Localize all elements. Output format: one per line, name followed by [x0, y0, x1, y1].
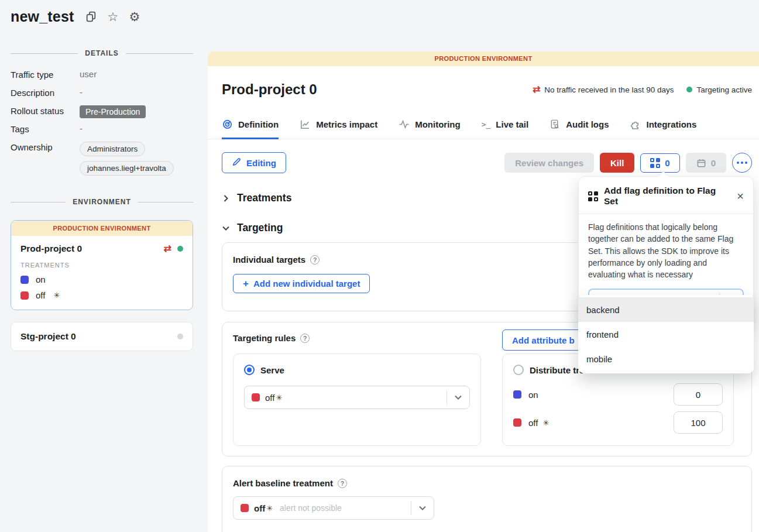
individual-targets-title: Individual targets: [233, 255, 305, 265]
status-dot-inactive: [177, 334, 183, 339]
tab-label: Definition: [238, 119, 279, 129]
dropdown-option-frontend[interactable]: frontend: [578, 322, 754, 346]
default-treatment-icon: ✳: [276, 393, 282, 402]
chevron-right-icon: [222, 194, 230, 202]
target-icon: [222, 119, 233, 130]
traffic-status-text: No traffic received in the last 90 days: [544, 85, 674, 94]
tab-label: Live tail: [496, 119, 528, 129]
chevron-down-icon: [447, 393, 469, 401]
default-treatment-icon: ✳: [266, 504, 273, 513]
chart-icon: [300, 119, 311, 130]
targeting-rules-title: Targeting rules: [233, 333, 296, 343]
alert-hint: alert not possible: [280, 503, 342, 513]
flag-sets-button[interactable]: 0: [640, 153, 679, 173]
treatment-color-swatch: [513, 418, 521, 427]
editing-button[interactable]: Editing: [222, 152, 286, 173]
tab-live-tail[interactable]: >_ Live tail: [482, 119, 529, 139]
distribute-radio[interactable]: [513, 365, 524, 375]
tab-monitoring[interactable]: Monitoring: [399, 119, 460, 139]
add-individual-target-label: Add new individual target: [253, 279, 360, 289]
environment-name: Stg-project 0: [20, 331, 177, 342]
owner-pill[interactable]: Administrators: [80, 142, 145, 156]
help-icon[interactable]: ?: [310, 255, 320, 265]
detail-value: -: [80, 123, 83, 133]
alert-baseline-card: Alert baseline treatment ? off ✳ alert n…: [222, 466, 752, 532]
traffic-arrows-icon: ⇄: [533, 85, 540, 94]
sidebar: DETAILS Traffic type user Description - …: [11, 46, 193, 351]
detail-label: Rollout status: [11, 105, 80, 116]
selected-treatment: off: [265, 393, 274, 403]
environment-card-staging[interactable]: Stg-project 0: [11, 322, 193, 351]
dropdown-option-mobile[interactable]: mobile: [578, 346, 754, 371]
serve-treatment-select[interactable]: off ✳: [244, 386, 470, 409]
tab-definition[interactable]: Definition: [222, 119, 279, 139]
default-treatment-icon: ✳: [542, 418, 549, 427]
kill-label: Kill: [610, 158, 624, 168]
environment-title: Prod-project 0: [222, 81, 317, 98]
traffic-status: ⇄ No traffic received in the last 90 day…: [533, 85, 674, 94]
kill-button[interactable]: Kill: [600, 153, 634, 173]
selected-treatment: off: [254, 503, 265, 513]
tab-metrics-impact[interactable]: Metrics impact: [300, 119, 377, 139]
environment-heading: ENVIRONMENT: [11, 198, 193, 206]
traffic-arrows-icon: ⇄: [164, 244, 171, 253]
percentage-input-off[interactable]: [674, 411, 723, 434]
review-changes-label: Review changes: [515, 158, 583, 168]
schedule-button[interactable]: 0: [686, 153, 726, 173]
treatment-name: on: [36, 274, 46, 284]
alert-baseline-select[interactable]: off ✳ alert not possible: [233, 496, 434, 520]
tab-label: Monitoring: [415, 119, 460, 129]
detail-row-description: Description -: [11, 87, 193, 100]
plus-icon: +: [243, 279, 249, 289]
dropdown-option-backend[interactable]: backend: [578, 297, 754, 322]
editing-label: Editing: [246, 158, 276, 168]
dots-icon: [737, 162, 739, 164]
targeting-status: Targeting active: [686, 85, 752, 94]
distribute-row: off ✳: [513, 411, 723, 434]
tab-audit-logs[interactable]: Audit logs: [549, 119, 609, 139]
tab-label: Metrics impact: [316, 119, 377, 129]
owner-pill[interactable]: johannes.liegl+travolta: [80, 161, 174, 176]
pencil-icon: [232, 157, 242, 169]
percentage-input-on[interactable]: [674, 383, 723, 406]
close-icon[interactable]: ×: [737, 190, 744, 202]
treatment-row: on: [20, 274, 183, 284]
treatment-color-swatch: [20, 291, 29, 300]
detail-value: -: [80, 87, 83, 97]
app-header: new_test ☆ ⚙: [11, 8, 140, 25]
environment-name: Prod-project 0: [20, 243, 82, 254]
help-icon[interactable]: ?: [338, 479, 347, 488]
serve-option-card: Serve off ✳: [233, 353, 481, 446]
detail-label: Tags: [11, 123, 80, 134]
detail-label: Description: [11, 87, 80, 98]
details-heading: DETAILS: [11, 49, 193, 57]
page-title: new_test: [11, 8, 74, 25]
help-icon[interactable]: ?: [300, 334, 310, 343]
detail-row-ownership: Ownership Administrators johannes.liegl+…: [11, 142, 193, 176]
treatment-color-swatch: [513, 390, 521, 399]
status-dot-active: [177, 246, 183, 252]
tab-integrations[interactable]: Integrations: [630, 119, 697, 139]
add-individual-target-button[interactable]: + Add new individual target: [233, 274, 370, 293]
environment-heading-label: ENVIRONMENT: [73, 198, 131, 206]
environment-card-production[interactable]: PRODUCTION ENVIRONMENT Prod-project 0 ⇄ …: [11, 220, 193, 310]
gear-icon[interactable]: ⚙: [129, 11, 140, 23]
detail-label: Ownership: [11, 142, 80, 152]
review-changes-button[interactable]: Review changes: [504, 153, 594, 173]
more-actions-button[interactable]: [732, 153, 752, 173]
flag-set-icon: [588, 191, 598, 201]
targeting-status-text: Targeting active: [696, 85, 752, 94]
copy-icon[interactable]: [85, 11, 97, 23]
treatment-name: off: [36, 290, 45, 300]
treatment-name: off: [528, 418, 538, 428]
star-icon[interactable]: ☆: [108, 11, 119, 23]
pulse-icon: [399, 119, 410, 130]
treatment-name: on: [528, 390, 538, 400]
production-banner: PRODUCTION ENVIRONMENT: [11, 221, 193, 236]
treatments-label: TREATMENTS: [20, 262, 183, 269]
details-heading-label: DETAILS: [85, 49, 118, 57]
distribute-row: on: [513, 383, 723, 406]
detail-row-rollout-status: Rollout status Pre-Production: [11, 105, 193, 118]
serve-radio[interactable]: [244, 365, 255, 375]
add-attribute-rule-label: Add attribute b: [512, 335, 575, 345]
